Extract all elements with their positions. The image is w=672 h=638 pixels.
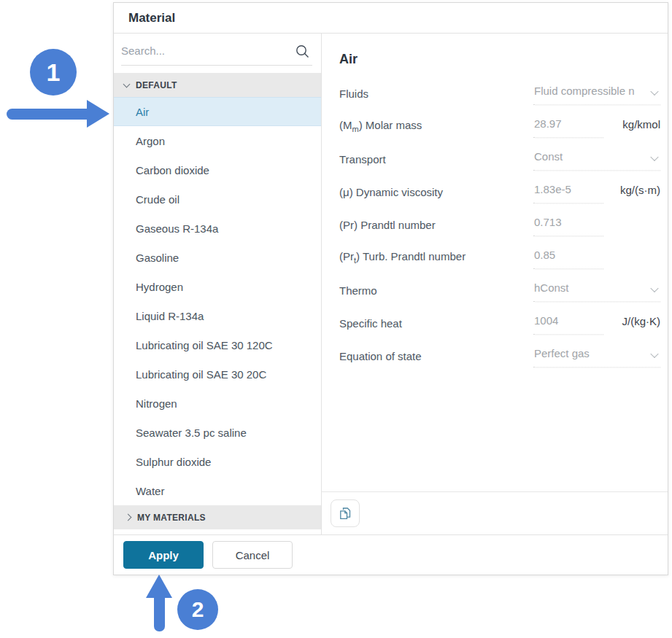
cancel-button[interactable]: Cancel xyxy=(212,541,293,569)
material-item-water[interactable]: Water xyxy=(114,476,321,505)
copy-icon xyxy=(339,507,352,521)
material-title: Air xyxy=(339,52,668,67)
field-row: (Mm) Molar mass28.97kg/kmol xyxy=(322,109,668,142)
field-row: ThermohConst xyxy=(322,273,668,306)
field-row: (Prt) Turb. Prandtl number0.85 xyxy=(322,241,668,273)
apply-button[interactable]: Apply xyxy=(123,541,204,569)
field-select[interactable]: hConst xyxy=(533,281,660,302)
field-input[interactable]: 0.713 xyxy=(533,215,603,236)
group-header-default[interactable]: DEFAULT xyxy=(114,73,321,97)
field-control: 28.97kg/kmol xyxy=(533,117,660,139)
field-label: (Mm) Molar mass xyxy=(339,119,422,133)
field-control: Perfect gas xyxy=(533,346,660,368)
chevron-down-icon xyxy=(123,80,131,87)
field-input[interactable]: 0.85 xyxy=(533,248,603,269)
fields-container: FluidsFluid compressible n(Mm) Molar mas… xyxy=(322,77,668,372)
material-item-lubricating-oil-sae-30-20c[interactable]: Lubricating oil SAE 30 20C xyxy=(114,359,321,389)
field-control: Const xyxy=(533,149,660,171)
material-item-lubricating-oil-sae-30-120c[interactable]: Lubricating oil SAE 30 120C xyxy=(114,330,321,359)
field-control: Fluid compressible n xyxy=(533,84,660,106)
material-item-hydrogen[interactable]: Hydrogen xyxy=(114,272,321,301)
field-input[interactable]: 1004 xyxy=(533,314,603,335)
field-label: (μ) Dynamic viscosity xyxy=(339,185,443,198)
copy-material-button[interactable] xyxy=(331,499,360,527)
material-item-air[interactable]: Air xyxy=(114,97,321,126)
field-label: Specific heat xyxy=(339,316,402,329)
material-item-nitrogen[interactable]: Nitrogen xyxy=(114,389,321,418)
annotation-arrow-2 xyxy=(154,596,165,631)
field-unit: kg/(s·m) xyxy=(620,184,660,196)
dialog-footer: Apply Cancel xyxy=(114,534,668,575)
field-label: (Prt) Turb. Prandtl number xyxy=(339,250,466,265)
field-control: hConst xyxy=(533,281,660,303)
field-unit: J/(kg·K) xyxy=(622,315,661,327)
field-select[interactable]: Perfect gas xyxy=(533,346,660,367)
field-input[interactable]: 28.97 xyxy=(533,117,603,138)
page: Material DEFAULTAirArgonCarbon dioxideCr… xyxy=(0,0,672,638)
search-input[interactable] xyxy=(121,41,312,66)
dialog-header: Material xyxy=(114,3,668,34)
annotation-arrow-1-head-icon xyxy=(87,100,109,128)
field-label: Thermo xyxy=(339,284,377,296)
field-label: (Pr) Prandtl number xyxy=(339,218,436,230)
material-item-gasoline[interactable]: Gasoline xyxy=(114,243,321,272)
material-details-panel: Air FluidsFluid compressible n(Mm) Molar… xyxy=(322,34,668,534)
field-label: Transport xyxy=(339,152,386,165)
material-item-carbon-dioxide[interactable]: Carbon dioxide xyxy=(114,155,321,184)
material-item-crude-oil[interactable]: Crude oil xyxy=(114,184,321,214)
search-row xyxy=(114,34,321,73)
field-row: Equation of statePerfect gas xyxy=(322,339,668,372)
field-row: FluidsFluid compressible n xyxy=(322,77,668,109)
page-title: Material xyxy=(128,11,175,26)
annotation-step-1-badge: 1 xyxy=(30,49,77,96)
field-row: (μ) Dynamic viscosity1.83e-5kg/(s·m) xyxy=(322,175,668,208)
field-control: 0.713 xyxy=(533,215,660,237)
field-unit: kg/kmol xyxy=(622,118,660,131)
search-icon xyxy=(296,44,309,58)
field-row: (Pr) Prandtl number0.713 xyxy=(322,208,668,241)
material-item-sulphur-dioxide[interactable]: Sulphur dioxide xyxy=(114,447,321,476)
group-label: MY MATERIALS xyxy=(137,513,206,523)
material-item-gaseous-r-134a[interactable]: Gaseous R-134a xyxy=(114,214,321,243)
action-strip xyxy=(322,491,668,534)
material-list-panel: DEFAULTAirArgonCarbon dioxideCrude oilGa… xyxy=(114,34,322,534)
material-item-argon[interactable]: Argon xyxy=(114,126,321,155)
dialog-body: DEFAULTAirArgonCarbon dioxideCrude oilGa… xyxy=(114,34,668,534)
annotation-arrow-2-head-icon xyxy=(146,575,172,598)
field-label: Fluids xyxy=(339,87,368,99)
field-control: 1004J/(kg·K) xyxy=(533,314,660,335)
field-select[interactable]: Const xyxy=(533,149,660,171)
material-item-seawater-3-5-pc-saline[interactable]: Seawater 3.5 pc saline xyxy=(114,418,321,447)
group-header-my-materials[interactable]: MY MATERIALS xyxy=(114,505,321,529)
material-dialog: Material DEFAULTAirArgonCarbon dioxideCr… xyxy=(113,2,668,575)
field-select[interactable]: Fluid compressible n xyxy=(533,84,660,105)
field-control: 1.83e-5kg/(s·m) xyxy=(533,182,660,204)
group-label: DEFAULT xyxy=(136,80,177,90)
field-row: TransportConst xyxy=(322,142,668,175)
chevron-right-icon xyxy=(125,514,132,521)
field-control: 0.85 xyxy=(533,248,660,270)
material-list: DEFAULTAirArgonCarbon dioxideCrude oilGa… xyxy=(114,73,321,529)
field-input[interactable]: 1.83e-5 xyxy=(533,182,603,203)
material-item-liquid-r-134a[interactable]: Liquid R-134a xyxy=(114,301,321,330)
field-label: Equation of state xyxy=(339,349,422,362)
annotation-step-2-badge: 2 xyxy=(177,589,218,630)
annotation-arrow-1 xyxy=(7,109,88,120)
field-row: Specific heat1004J/(kg·K) xyxy=(322,306,668,339)
